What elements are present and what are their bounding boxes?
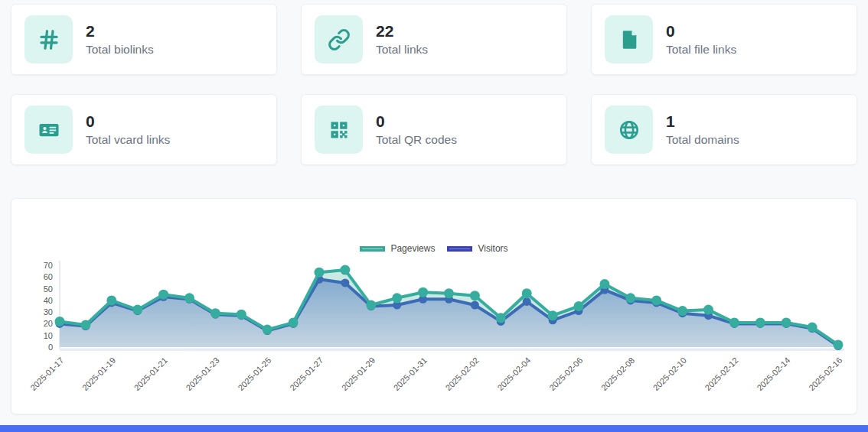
svg-text:2025-01-23: 2025-01-23 — [184, 356, 221, 392]
svg-text:2025-02-06: 2025-02-06 — [547, 356, 584, 392]
legend-label-pageviews: Pageviews — [390, 243, 435, 254]
stats-grid: 2 Total biolinks 22 Total links — [11, 4, 857, 165]
visitors-swatch-icon — [447, 246, 472, 252]
svg-text:2025-01-29: 2025-01-29 — [340, 356, 377, 392]
svg-text:0: 0 — [48, 343, 53, 352]
svg-text:2025-01-27: 2025-01-27 — [288, 356, 325, 392]
stat-value: 22 — [376, 22, 428, 41]
svg-text:2025-02-12: 2025-02-12 — [703, 356, 740, 392]
stat-card-domains: 1 Total domains — [591, 94, 857, 165]
svg-text:2025-01-17: 2025-01-17 — [28, 356, 65, 392]
file-icon — [605, 15, 653, 63]
svg-text:2025-01-19: 2025-01-19 — [80, 356, 117, 392]
globe-icon — [605, 106, 653, 154]
stat-label: Total links — [376, 43, 428, 57]
stat-card-biolinks: 2 Total biolinks — [11, 4, 277, 75]
stat-card-vcard-links: 0 Total vcard links — [11, 94, 277, 165]
svg-text:2025-01-25: 2025-01-25 — [236, 356, 272, 392]
stat-label: Total QR codes — [376, 133, 457, 147]
stat-value: 0 — [666, 22, 736, 41]
stat-label: Total file links — [666, 43, 736, 57]
legend-item-visitors[interactable]: Visitors — [447, 243, 507, 254]
stat-label: Total vcard links — [86, 133, 170, 147]
svg-text:2025-02-16: 2025-02-16 — [807, 356, 844, 392]
footer-accent-bar — [0, 425, 868, 432]
stat-value: 0 — [86, 112, 170, 131]
vcard-icon — [24, 106, 73, 154]
svg-text:70: 70 — [44, 261, 53, 270]
dashboard-page: 2 Total biolinks 22 Total links — [0, 0, 868, 414]
stat-card-links: 22 Total links — [301, 4, 567, 75]
svg-text:2025-01-21: 2025-01-21 — [132, 356, 169, 392]
stat-value: 1 — [666, 112, 739, 131]
svg-text:2025-02-04: 2025-02-04 — [495, 356, 532, 392]
svg-text:2025-02-10: 2025-02-10 — [651, 356, 688, 392]
svg-text:40: 40 — [44, 296, 53, 305]
stat-label: Total domains — [666, 133, 739, 147]
stat-value: 2 — [86, 22, 154, 41]
svg-text:50: 50 — [44, 284, 53, 294]
svg-text:20: 20 — [44, 319, 53, 328]
svg-text:10: 10 — [44, 331, 53, 340]
stat-label: Total biolinks — [86, 43, 154, 57]
pageviews-swatch-icon — [360, 246, 385, 252]
qr-code-icon — [315, 106, 363, 154]
analytics-chart-card: Pageviews Visitors 0102030405060702025-0… — [11, 198, 857, 414]
svg-text:30: 30 — [44, 307, 53, 317]
stat-card-file-links: 0 Total file links — [591, 4, 857, 75]
hash-icon — [24, 15, 73, 63]
link-icon — [315, 15, 363, 63]
svg-text:2025-02-14: 2025-02-14 — [755, 356, 791, 392]
svg-text:2025-01-31: 2025-01-31 — [392, 356, 429, 392]
svg-text:60: 60 — [44, 272, 53, 281]
svg-text:2025-02-08: 2025-02-08 — [599, 356, 636, 392]
legend-label-visitors: Visitors — [478, 243, 507, 254]
chart-legend: Pageviews Visitors — [11, 243, 857, 254]
svg-text:2025-02-02: 2025-02-02 — [444, 356, 481, 392]
legend-item-pageviews[interactable]: Pageviews — [360, 243, 435, 254]
pageviews-visitors-line-chart: 0102030405060702025-01-172025-01-192025-… — [11, 199, 857, 414]
stat-card-qr-codes: 0 Total QR codes — [301, 94, 567, 165]
stat-value: 0 — [376, 112, 457, 131]
